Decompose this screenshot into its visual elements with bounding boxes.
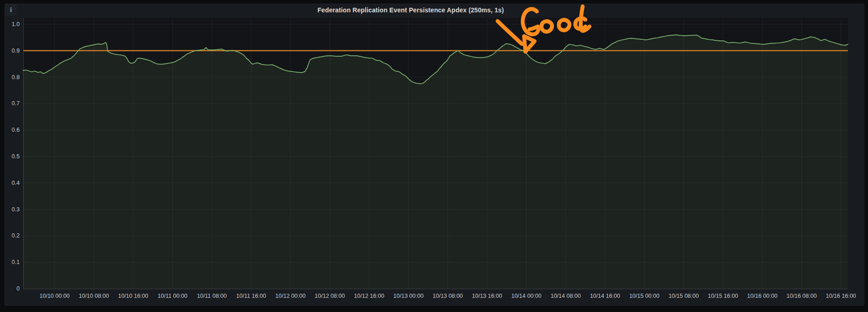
y-tick-label: 0.1 [5,258,20,266]
y-tick-label: 0.3 [5,206,20,213]
x-tick-label: 10/14 08:00 [545,292,586,300]
page-background: i Federation Replication Event Persisten… [0,0,868,312]
x-tick-label: 10/10 08:00 [73,292,114,300]
x-tick-label: 10/11 08:00 [191,292,232,300]
time-series-chart[interactable]: Good [5,4,865,306]
y-tick-label: 0.4 [5,179,20,187]
x-tick-label: 10/12 08:00 [309,292,350,300]
x-tick-label: 10/15 08:00 [663,292,704,300]
x-tick-label: 10/16 16:00 [820,292,862,300]
x-tick-label: 10/13 16:00 [466,292,508,300]
y-tick-label: 0.9 [5,47,20,54]
x-tick-label: 10/12 16:00 [348,292,390,300]
x-tick-label: 10/16 00:00 [742,292,783,300]
x-tick-label: 10/14 16:00 [584,292,626,300]
y-tick-label: 0.2 [5,232,20,239]
x-tick-label: 10/11 00:00 [152,292,193,300]
y-tick-label: 0.8 [5,74,20,81]
x-tick-label: 10/10 00:00 [34,292,75,300]
y-tick-label: 0.6 [5,126,20,134]
x-tick-label: 10/11 16:00 [230,292,272,300]
x-tick-label: 10/12 00:00 [270,292,311,300]
y-tick-label: 1.0 [5,21,20,28]
x-tick-label: 10/13 08:00 [427,292,468,300]
x-tick-label: 10/15 16:00 [702,292,744,300]
x-tick-label: 10/16 08:00 [781,292,822,300]
x-tick-label: 10/13 00:00 [388,292,429,300]
y-tick-label: 0 [5,285,20,292]
y-tick-label: 0.7 [5,100,20,107]
x-tick-label: 10/15 00:00 [624,292,665,300]
y-tick-label: 0.5 [5,153,20,160]
x-tick-label: 10/14 00:00 [506,292,547,300]
grafana-panel: i Federation Replication Event Persisten… [5,4,864,306]
x-tick-label: 10/10 16:00 [113,292,154,300]
